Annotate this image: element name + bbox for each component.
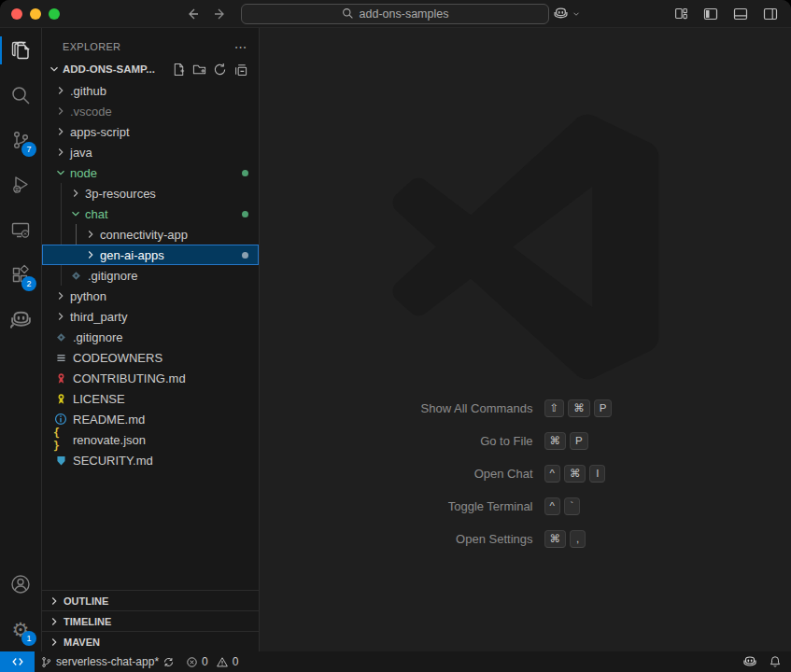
copilot-menu[interactable] xyxy=(553,6,581,21)
tree-item-contributing[interactable]: CONTRIBUTING.md xyxy=(42,368,259,388)
tree-item-renovate[interactable]: { } renovate.json xyxy=(42,429,259,450)
tree-item-readme[interactable]: README.md xyxy=(42,409,259,429)
views-more-actions-button[interactable]: ⋯ xyxy=(234,39,247,54)
customize-layout-button[interactable] xyxy=(674,7,688,21)
tree-item-github[interactable]: .github xyxy=(42,80,259,101)
chevron-right-icon xyxy=(48,615,61,628)
forward-button[interactable] xyxy=(213,7,228,21)
tree-item-python[interactable]: python xyxy=(42,286,259,306)
collapse-folders-button[interactable] xyxy=(233,63,247,77)
tree-item-license[interactable]: LICENSE xyxy=(42,388,259,409)
toggle-primary-sidebar-button[interactable] xyxy=(703,7,718,21)
remote-indicator[interactable] xyxy=(0,651,35,672)
new-file-button[interactable] xyxy=(172,63,186,77)
tree-item-label: .gitignore xyxy=(88,269,137,283)
warning-icon xyxy=(216,656,229,668)
activity-source-control[interactable]: 7 xyxy=(0,118,41,162)
ribbon-red-icon xyxy=(53,372,68,385)
problems-status-item[interactable]: 0 0 xyxy=(180,651,244,672)
git-status-dot xyxy=(242,211,248,217)
command-center-search[interactable]: add-ons-samples xyxy=(241,4,549,24)
tree-item-gitignore-node[interactable]: .gitignore xyxy=(42,265,259,286)
tree-item-label: connectivity-app xyxy=(100,228,188,242)
chevron-right-icon xyxy=(53,84,68,97)
activity-search[interactable] xyxy=(0,73,41,118)
tree-item-third-party[interactable]: third_party xyxy=(42,306,259,327)
tree-item-gen-ai-apps[interactable]: gen-ai-apps xyxy=(42,245,259,265)
tree-item-connectivity-app[interactable]: connectivity-app xyxy=(42,224,259,245)
manage-button[interactable]: ⚙ 1 xyxy=(0,607,41,651)
toggle-secondary-sidebar-button[interactable] xyxy=(763,7,778,21)
activity-run-debug[interactable] xyxy=(0,162,41,207)
chevron-right-icon xyxy=(83,228,98,241)
tree-item-chat[interactable]: chat xyxy=(42,203,259,224)
back-button[interactable] xyxy=(185,7,200,21)
editor-area: Show All Commands ⇧⌘P Go to File ⌘P Open… xyxy=(260,28,791,651)
chevron-right-icon xyxy=(53,125,68,138)
zoom-window-button[interactable] xyxy=(49,8,60,20)
vscode-logo-watermark xyxy=(392,114,658,380)
copilot-status-icon[interactable] xyxy=(742,654,757,669)
chevron-down-icon xyxy=(48,63,61,76)
minimize-window-button[interactable] xyxy=(30,8,41,20)
tree-item-label: .github xyxy=(70,84,106,98)
accounts-button[interactable] xyxy=(0,562,41,607)
new-folder-button[interactable] xyxy=(192,63,206,77)
activity-extensions[interactable]: 2 xyxy=(0,252,41,297)
key-ctrl: ^ xyxy=(544,465,560,483)
status-bar: serverless-chat-app* 0 0 xyxy=(0,651,791,672)
json-braces-icon: { } xyxy=(53,427,68,453)
key-ctrl: ^ xyxy=(544,497,560,515)
branch-status-item[interactable]: serverless-chat-app* xyxy=(35,651,180,672)
key-i: I xyxy=(589,465,605,483)
root-folder-name: ADD-ONS-SAMP... xyxy=(63,63,155,75)
debug-icon xyxy=(9,174,32,196)
tree-item-label: README.md xyxy=(73,413,145,427)
tree-item-apps-script[interactable]: apps-script xyxy=(42,121,259,142)
git-file-icon xyxy=(68,270,83,282)
key-p: P xyxy=(594,399,613,417)
source-control-badge: 7 xyxy=(21,142,36,157)
shortcut-label: Go to File xyxy=(367,434,544,448)
shortcut-row: Open Settings ⌘, xyxy=(260,530,791,547)
refresh-button[interactable] xyxy=(213,63,227,77)
chevron-right-icon xyxy=(53,289,68,302)
extensions-badge: 2 xyxy=(21,276,36,291)
tree-item-3p-resources[interactable]: 3p-resources xyxy=(42,183,259,203)
timeline-panel-header[interactable]: TIMELINE xyxy=(42,610,259,631)
list-file-icon xyxy=(53,352,68,364)
vscode-window: add-ons-samples xyxy=(0,0,791,672)
shield-icon xyxy=(53,455,68,467)
key-cmd: ⌘ xyxy=(568,399,590,417)
outline-panel-header[interactable]: OUTLINE xyxy=(42,590,259,610)
tree-item-security[interactable]: SECURITY.md xyxy=(42,450,259,470)
maven-panel-header[interactable]: MAVEN xyxy=(42,631,259,651)
chevron-right-icon xyxy=(53,310,68,323)
file-tree: .github .vscode apps-script java node xyxy=(42,80,259,590)
activity-explorer[interactable] xyxy=(0,28,41,73)
toggle-panel-button[interactable] xyxy=(733,7,748,21)
tree-item-label: .gitignore xyxy=(73,330,122,344)
activity-copilot-chat[interactable] xyxy=(0,297,41,342)
ribbon-yellow-icon xyxy=(53,393,68,405)
panel-label: MAVEN xyxy=(64,637,100,648)
folder-section-header[interactable]: ADD-ONS-SAMP... xyxy=(42,58,259,80)
tree-item-vscode[interactable]: .vscode xyxy=(42,101,259,121)
shortcut-label: Toggle Terminal xyxy=(367,499,544,513)
tree-item-codeowners[interactable]: CODEOWNERS xyxy=(42,347,259,368)
tree-item-gitignore-root[interactable]: .gitignore xyxy=(42,327,259,347)
tree-item-label: python xyxy=(70,289,106,303)
chevron-down-icon xyxy=(53,166,68,179)
notifications-bell-icon[interactable] xyxy=(769,655,782,668)
chevron-right-icon xyxy=(48,595,61,608)
close-window-button[interactable] xyxy=(11,8,22,20)
tree-item-label: gen-ai-apps xyxy=(100,248,164,262)
explorer-sidebar: EXPLORER ⋯ ADD-ONS-SAMP... xyxy=(42,28,260,651)
tree-item-node[interactable]: node xyxy=(42,162,259,183)
tree-item-label: third_party xyxy=(70,310,127,324)
tree-item-java[interactable]: java xyxy=(42,142,259,162)
error-icon xyxy=(186,656,198,668)
key-cmd: ⌘ xyxy=(544,432,567,450)
activity-remote-explorer[interactable] xyxy=(0,207,41,252)
chevron-down-icon xyxy=(68,207,83,220)
